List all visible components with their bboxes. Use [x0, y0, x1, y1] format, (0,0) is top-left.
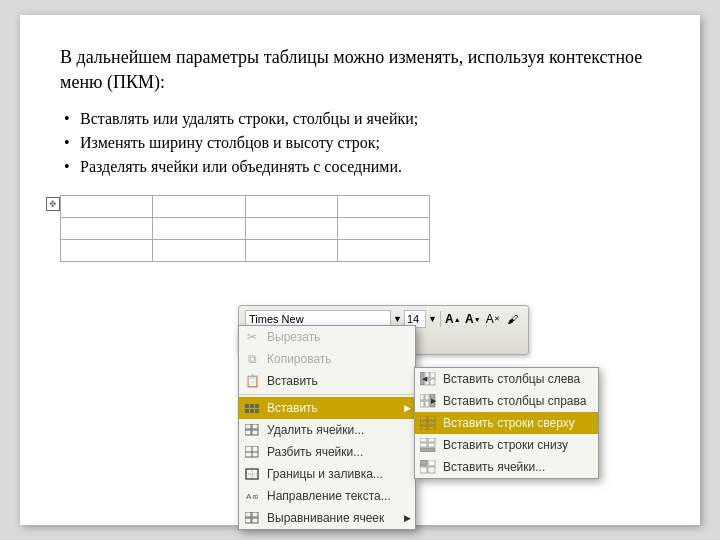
font-size-dropdown-icon[interactable]: ▼ [428, 314, 437, 324]
svg-rect-36 [420, 443, 427, 447]
svg-rect-29 [428, 416, 435, 420]
document-table [60, 195, 430, 262]
sm-col-right[interactable]: ▶ Вставить столбцы справа [415, 390, 598, 412]
table-cell[interactable] [245, 218, 337, 240]
cm-paste[interactable]: 📋 Вставить [239, 370, 415, 392]
cells-icon [419, 459, 437, 475]
table-cell[interactable] [61, 196, 153, 218]
svg-rect-41 [428, 460, 435, 466]
bullet-item-1: Вставлять или удалять строки, столбцы и … [60, 107, 660, 131]
sm-col-left-label: Вставить столбцы слева [443, 372, 580, 386]
grow-font-button[interactable]: A▲ [444, 310, 462, 328]
svg-rect-32 [420, 426, 427, 430]
svg-rect-24 [425, 394, 429, 400]
svg-text:▶: ▶ [431, 397, 436, 404]
cm-insert[interactable]: Вставить ▶ [239, 397, 415, 419]
table-cell[interactable] [337, 240, 429, 262]
table-cell[interactable] [245, 240, 337, 262]
table-row [61, 218, 430, 240]
cm-separator1 [239, 394, 415, 395]
col-right-icon: ▶ [419, 393, 437, 409]
table-cell[interactable] [61, 240, 153, 262]
table-cell[interactable] [153, 218, 245, 240]
sm-col-left[interactable]: ◀ Вставить столбцы слева [415, 368, 598, 390]
table-cell[interactable] [61, 218, 153, 240]
row-below-icon [419, 437, 437, 453]
scissors-icon: ✂ [243, 329, 261, 345]
table-row [61, 240, 430, 262]
cm-cut[interactable]: ✂ Вырезать [239, 326, 415, 348]
table-cell[interactable] [153, 240, 245, 262]
svg-rect-34 [420, 438, 427, 442]
svg-rect-33 [428, 426, 435, 430]
svg-rect-20 [430, 379, 435, 385]
sm-cells-label: Вставить ячейки... [443, 460, 545, 474]
svg-rect-25 [425, 401, 429, 407]
insert-submenu: ◀ Вставить столбцы слева ▶ Вставить стол… [414, 367, 599, 479]
cm-paste-label: Вставить [267, 374, 318, 388]
svg-rect-22 [420, 394, 424, 400]
svg-rect-14 [245, 518, 251, 523]
table-area: ✥ [60, 195, 660, 262]
svg-rect-13 [252, 512, 258, 517]
sm-row-below-label: Вставить строки снизу [443, 438, 568, 452]
font-name-dropdown-icon[interactable]: ▼ [393, 314, 402, 324]
svg-rect-3 [252, 430, 258, 435]
clear-format-button[interactable]: A✕ [484, 310, 502, 328]
bullet-item-3: Разделять ячейки или объединять с соседн… [60, 155, 660, 179]
cm-delete-cells-label: Удалить ячейки... [267, 423, 364, 437]
svg-rect-12 [245, 512, 251, 517]
sm-cells[interactable]: Вставить ячейки... [415, 456, 598, 478]
svg-text:◀: ◀ [422, 375, 428, 382]
copy-icon: ⧉ [243, 351, 261, 367]
table-move-handle[interactable]: ✥ [46, 197, 60, 211]
sm-row-above[interactable]: Вставить строки сверху [415, 412, 598, 434]
cm-copy[interactable]: ⧉ Копировать [239, 348, 415, 370]
table-cell[interactable] [337, 196, 429, 218]
split-cells-icon [243, 444, 261, 460]
row-above-icon [419, 415, 437, 431]
svg-rect-31 [428, 421, 435, 425]
svg-rect-30 [420, 421, 427, 425]
cell-align-arrow-icon: ▶ [404, 513, 411, 523]
table-cell[interactable] [245, 196, 337, 218]
toolbar-separator [440, 311, 441, 327]
format-painter-button[interactable]: 🖌 [504, 310, 522, 328]
sm-col-right-label: Вставить столбцы справа [443, 394, 586, 408]
svg-rect-42 [420, 467, 427, 473]
cm-split-cells-label: Разбить ячейки... [267, 445, 363, 459]
cm-text-direction[interactable]: A B Направление текста... [239, 485, 415, 507]
svg-rect-35 [428, 438, 435, 442]
cm-text-direction-label: Направление текста... [267, 489, 391, 503]
cm-borders-label: Границы и заливка... [267, 467, 383, 481]
bullet-item-2: Изменять ширину столбцов и высоту строк; [60, 131, 660, 155]
slide: В дальнейшем параметры таблицы можно изм… [20, 15, 700, 525]
svg-rect-39 [428, 448, 435, 452]
svg-rect-43 [428, 467, 435, 473]
table-row [61, 196, 430, 218]
cm-delete-cells[interactable]: Удалить ячейки... [239, 419, 415, 441]
svg-rect-40 [420, 460, 427, 466]
svg-rect-28 [420, 416, 427, 420]
table-insert-icon [243, 400, 261, 416]
sm-row-above-label: Вставить строки сверху [443, 416, 575, 430]
text-direction-icon: A B [243, 488, 261, 504]
svg-rect-19 [430, 372, 435, 378]
table-cell[interactable] [337, 218, 429, 240]
context-menu: ✂ Вырезать ⧉ Копировать 📋 Вставить Встав… [238, 325, 416, 530]
cm-cut-label: Вырезать [267, 330, 320, 344]
bullet-list: Вставлять или удалять строки, столбцы и … [60, 107, 660, 179]
borders-icon [243, 466, 261, 482]
sm-row-below[interactable]: Вставить строки снизу [415, 434, 598, 456]
cm-split-cells[interactable]: Разбить ячейки... [239, 441, 415, 463]
main-text: В дальнейшем параметры таблицы можно изм… [60, 45, 660, 95]
table-cell[interactable] [153, 196, 245, 218]
shrink-font-button[interactable]: A▼ [464, 310, 482, 328]
svg-rect-1 [252, 424, 258, 429]
svg-rect-15 [252, 518, 258, 523]
cm-cell-align[interactable]: Выравнивание ячеек ▶ [239, 507, 415, 529]
svg-rect-38 [420, 448, 427, 452]
col-left-icon: ◀ [419, 371, 437, 387]
cm-borders[interactable]: Границы и заливка... [239, 463, 415, 485]
submenu-arrow-icon: ▶ [404, 403, 411, 413]
